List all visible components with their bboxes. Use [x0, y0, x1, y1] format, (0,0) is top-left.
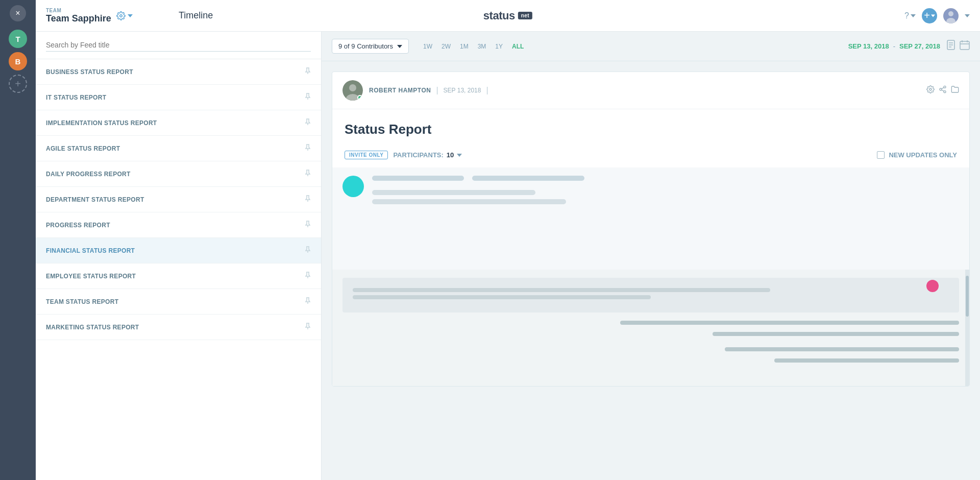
- feed-item[interactable]: AGILE STATUS REPORT: [36, 136, 321, 161]
- team-avatar-t[interactable]: T: [9, 30, 27, 48]
- folder-report-icon[interactable]: [951, 85, 959, 95]
- team-avatar-b[interactable]: B: [9, 52, 27, 70]
- pin-icon[interactable]: [305, 93, 311, 102]
- pin-icon[interactable]: [305, 144, 311, 153]
- svg-point-16: [944, 86, 946, 88]
- feed-item[interactable]: EMPLOYEE STATUS REPORT: [36, 263, 321, 289]
- contributors-select[interactable]: 9 of 9 Contributors: [332, 39, 409, 54]
- date-range: SEP 13, 2018 - SEP 27, 2018: [848, 42, 940, 50]
- scrollbar-track: [965, 270, 969, 386]
- search-input[interactable]: [46, 39, 311, 52]
- feed-title: DAILY PROGRESS REPORT: [46, 171, 131, 178]
- placeholder-lines-1: [372, 176, 959, 208]
- report-body: [332, 167, 969, 270]
- report-title: Status Report: [345, 122, 957, 137]
- pin-icon[interactable]: [305, 67, 311, 76]
- team-super-label: TEAM: [46, 8, 111, 13]
- toolbar-icons: [946, 40, 970, 53]
- pin-icon[interactable]: [305, 323, 311, 331]
- new-updates-toggle[interactable]: NEW UPDATES ONLY: [877, 151, 957, 159]
- content-area: BUSINESS STATUS REPORT IT STATUS REPORT …: [36, 32, 980, 480]
- add-team-button[interactable]: +: [9, 75, 27, 93]
- pin-icon[interactable]: [305, 118, 311, 127]
- new-updates-checkbox[interactable]: [877, 151, 885, 159]
- feed-item[interactable]: BUSINESS STATUS REPORT: [36, 59, 321, 85]
- participants-selector[interactable]: PARTICIPANTS: 10: [393, 151, 462, 159]
- svg-point-18: [944, 91, 946, 93]
- settings-report-icon[interactable]: [926, 85, 935, 95]
- pin-icon[interactable]: [305, 170, 311, 178]
- time-filter-2w[interactable]: 2W: [438, 41, 454, 52]
- user-avatar[interactable]: [943, 8, 959, 23]
- page-icon[interactable]: [946, 40, 955, 53]
- pin-icon[interactable]: [305, 221, 311, 229]
- feed-title: BUSINESS STATUS REPORT: [46, 68, 133, 76]
- report-action-icons: [926, 85, 959, 95]
- feed-item[interactable]: MARKETING STATUS REPORT: [36, 315, 321, 340]
- svg-rect-8: [960, 41, 969, 50]
- feed-title: DEPARTMENT STATUS REPORT: [46, 196, 144, 203]
- invite-badge: INVITE ONLY: [345, 151, 388, 159]
- timeline-toolbar: 9 of 9 Contributors 1W2W1M3M1YALL SEP 13…: [322, 32, 980, 61]
- online-status-dot: [357, 95, 362, 100]
- time-filter-1y[interactable]: 1Y: [492, 41, 506, 52]
- feed-item[interactable]: PROGRESS REPORT: [36, 212, 321, 238]
- close-button[interactable]: ×: [10, 5, 26, 21]
- report-meta: ROBERT HAMPTON | SEP 13, 2018 |: [369, 86, 920, 95]
- report-body-lower: [332, 270, 969, 386]
- time-filters: 1W2W1M3M1YALL: [420, 41, 527, 52]
- calendar-icon[interactable]: [960, 40, 970, 53]
- icon-bar: × T B +: [0, 0, 36, 480]
- feed-item[interactable]: IT STATUS REPORT: [36, 85, 321, 110]
- share-report-icon[interactable]: [939, 85, 947, 95]
- timeline-content: ROBERT HAMPTON | SEP 13, 2018 |: [322, 61, 980, 480]
- scrollbar-thumb[interactable]: [966, 276, 969, 317]
- lower-placeholder: [342, 278, 959, 313]
- report-header: ROBERT HAMPTON | SEP 13, 2018 |: [332, 72, 969, 109]
- main-area: TEAM Team Sapphire Timeline status net ?: [36, 0, 980, 480]
- pin-icon[interactable]: [305, 195, 311, 204]
- date-separator: -: [893, 42, 895, 50]
- pin-icon[interactable]: [305, 272, 311, 280]
- feed-item[interactable]: FINANCIAL STATUS REPORT: [36, 238, 321, 263]
- feed-title: IMPLEMENTATION STATUS REPORT: [46, 119, 157, 127]
- pin-icon[interactable]: [305, 297, 311, 306]
- report-author-avatar: [342, 80, 363, 101]
- team-label: TEAM Team Sapphire: [46, 8, 111, 24]
- feed-item[interactable]: DAILY PROGRESS REPORT: [36, 161, 321, 187]
- feed-title: AGILE STATUS REPORT: [46, 145, 120, 152]
- svg-point-13: [349, 84, 356, 91]
- header-right: ? +: [904, 8, 970, 23]
- time-filter-1w[interactable]: 1W: [420, 41, 435, 52]
- search-bar: [36, 32, 321, 59]
- feed-title: PROGRESS REPORT: [46, 222, 110, 229]
- svg-point-2: [948, 11, 953, 16]
- feed-title: IT STATUS REPORT: [46, 94, 106, 101]
- right-placeholder-lines: [342, 321, 959, 371]
- feed-item[interactable]: TEAM STATUS REPORT: [36, 289, 321, 315]
- help-button[interactable]: ?: [904, 11, 916, 20]
- svg-point-17: [940, 88, 942, 90]
- create-button[interactable]: +: [922, 8, 937, 23]
- svg-point-0: [119, 14, 122, 17]
- feed-title: TEAM STATUS REPORT: [46, 298, 118, 305]
- pin-icon[interactable]: [305, 246, 311, 255]
- brand-logo: status net: [483, 9, 532, 22]
- report-author-name: ROBERT HAMPTON: [369, 87, 431, 94]
- svg-line-20: [942, 87, 944, 89]
- team-name-label: Team Sapphire: [46, 13, 111, 24]
- report-title-section: Status Report: [332, 109, 969, 146]
- date-end[interactable]: SEP 27, 2018: [899, 42, 940, 50]
- time-filter-all[interactable]: ALL: [509, 41, 527, 52]
- svg-point-15: [929, 88, 932, 90]
- pink-dot-indicator: [926, 280, 939, 292]
- content-avatar-teal: [342, 176, 364, 197]
- feed-item[interactable]: IMPLEMENTATION STATUS REPORT: [36, 110, 321, 136]
- date-start[interactable]: SEP 13, 2018: [848, 42, 889, 50]
- time-filter-1m[interactable]: 1M: [457, 41, 472, 52]
- feed-list: BUSINESS STATUS REPORT IT STATUS REPORT …: [36, 59, 321, 340]
- feed-item[interactable]: DEPARTMENT STATUS REPORT: [36, 187, 321, 212]
- settings-button[interactable]: [116, 11, 133, 20]
- feed-sidebar: BUSINESS STATUS REPORT IT STATUS REPORT …: [36, 32, 322, 480]
- time-filter-3m[interactable]: 3M: [475, 41, 489, 52]
